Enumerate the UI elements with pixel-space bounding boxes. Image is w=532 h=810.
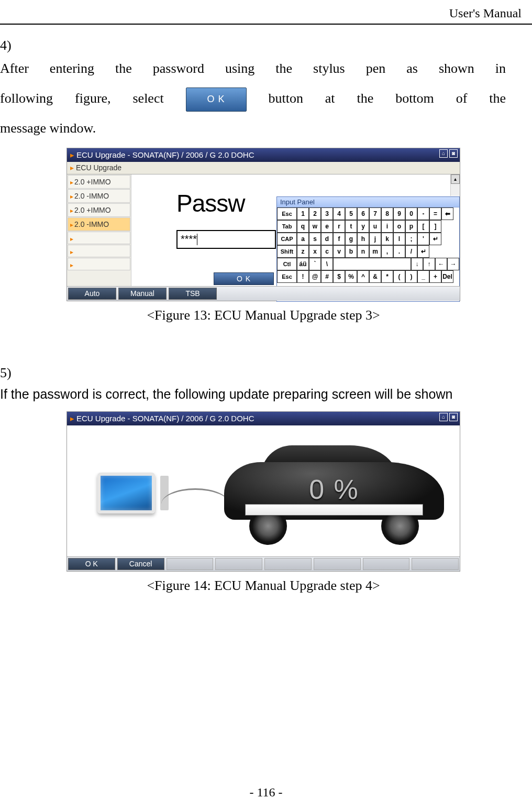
key[interactable]: 1 <box>297 207 309 220</box>
key[interactable]: o <box>393 220 405 233</box>
key[interactable]: $ <box>333 270 345 283</box>
key[interactable]: t <box>345 220 357 233</box>
key[interactable]: x <box>309 245 321 258</box>
home-icon[interactable]: ⌂ <box>439 413 448 421</box>
key[interactable]: Ctl <box>277 258 297 270</box>
key[interactable]: ↑ <box>423 258 435 270</box>
password-input[interactable]: **** <box>176 230 276 249</box>
key[interactable]: * <box>381 270 393 283</box>
key[interactable]: Tab <box>277 220 297 233</box>
key[interactable]: j <box>369 233 381 245</box>
key[interactable]: . <box>393 245 405 258</box>
keyboard-row: Esc ! @ # $ % ^ & * ( ) _ + Del <box>277 270 459 283</box>
home-icon[interactable]: ⌂ <box>439 149 448 158</box>
sidebar-item-active[interactable]: ▸2.0 -IMMO <box>68 217 130 231</box>
footer-tabs: O K Cancel <box>67 556 460 571</box>
camera-icon[interactable]: ◙ <box>449 413 458 421</box>
key[interactable]: 9 <box>393 207 405 220</box>
key[interactable]: , <box>381 245 393 258</box>
key[interactable]: m <box>369 245 381 258</box>
tab-auto[interactable]: Auto <box>68 288 116 300</box>
key[interactable]: k <box>381 233 393 245</box>
key[interactable]: y <box>357 220 369 233</box>
key[interactable]: c <box>321 245 333 258</box>
key[interactable]: ' <box>417 233 429 245</box>
backspace-key[interactable]: ⬅ <box>441 207 453 220</box>
key[interactable]: h <box>357 233 369 245</box>
key[interactable]: u <box>369 220 381 233</box>
space-key[interactable] <box>333 258 411 270</box>
key[interactable]: 8 <box>381 207 393 220</box>
key[interactable]: ^ <box>357 270 369 283</box>
key[interactable]: f <box>333 233 345 245</box>
key[interactable]: n <box>357 245 369 258</box>
key[interactable]: q <box>297 220 309 233</box>
key[interactable]: @ <box>309 270 321 283</box>
ok-button-inline[interactable]: O K <box>186 87 247 112</box>
sidebar-item[interactable]: ▸2.0 +IMMO <box>68 203 130 217</box>
enter-key[interactable]: ↵ <box>429 233 441 245</box>
key[interactable]: s <box>309 233 321 245</box>
tab-tsb[interactable]: TSB <box>169 288 217 300</box>
key[interactable]: ) <box>405 270 417 283</box>
key[interactable]: e <box>321 220 333 233</box>
sidebar-item[interactable]: ▸2.0 +IMMO <box>68 175 130 189</box>
key[interactable]: = <box>429 207 441 220</box>
key[interactable]: b <box>345 245 357 258</box>
key[interactable]: ( <box>393 270 405 283</box>
key[interactable]: → <box>447 258 459 270</box>
step4-line2: following figure, select O K button at t… <box>0 83 506 113</box>
key[interactable]: Del <box>441 270 453 283</box>
key[interactable]: g <box>345 233 357 245</box>
key[interactable]: Esc <box>277 270 297 283</box>
key[interactable]: 3 <box>321 207 333 220</box>
tab-disabled <box>264 558 312 570</box>
tab-disabled <box>412 558 459 570</box>
scrollbar[interactable]: ▴ <box>450 174 460 196</box>
key[interactable]: ! <box>297 270 309 283</box>
key[interactable]: áü <box>297 258 309 270</box>
key[interactable]: p <box>405 220 417 233</box>
key[interactable]: & <box>369 270 381 283</box>
key[interactable]: r <box>333 220 345 233</box>
key[interactable]: - <box>417 207 429 220</box>
camera-icon[interactable]: ◙ <box>449 149 458 158</box>
sidebar-item[interactable]: ▸2.0 -IMMO <box>68 189 130 203</box>
key[interactable]: Shift <box>277 245 297 258</box>
key[interactable]: + <box>429 270 441 283</box>
key[interactable]: i <box>381 220 393 233</box>
key[interactable]: Esc <box>277 207 297 220</box>
key[interactable]: 6 <box>357 207 369 220</box>
key[interactable]: ↓ <box>411 258 423 270</box>
ok-button[interactable]: O K <box>68 558 115 570</box>
key[interactable]: 4 <box>333 207 345 220</box>
tab-manual[interactable]: Manual <box>118 288 167 300</box>
key[interactable]: 5 <box>345 207 357 220</box>
key[interactable]: \ <box>321 258 333 270</box>
key[interactable]: 0 <box>405 207 417 220</box>
key[interactable]: ] <box>429 220 441 233</box>
key[interactable]: l <box>393 233 405 245</box>
key[interactable]: _ <box>417 270 429 283</box>
key[interactable]: % <box>345 270 357 283</box>
step4-line2a: following figure, select <box>0 91 164 106</box>
key[interactable]: d <box>321 233 333 245</box>
key[interactable]: ` <box>309 258 321 270</box>
key[interactable]: v <box>333 245 345 258</box>
car-illustration: 0 % <box>224 441 444 541</box>
key[interactable]: CAP <box>277 233 297 245</box>
key[interactable]: a <box>297 233 309 245</box>
key[interactable]: / <box>405 245 417 258</box>
key[interactable]: 2 <box>309 207 321 220</box>
enter-key[interactable]: ↵ <box>417 245 429 258</box>
key[interactable]: [ <box>417 220 429 233</box>
cancel-button[interactable]: Cancel <box>117 558 164 570</box>
key[interactable]: 7 <box>369 207 381 220</box>
scroll-up-icon[interactable]: ▴ <box>451 174 460 184</box>
key[interactable]: w <box>309 220 321 233</box>
key[interactable]: # <box>321 270 333 283</box>
ok-button[interactable]: O K <box>214 272 274 285</box>
key[interactable]: ← <box>435 258 447 270</box>
key[interactable]: z <box>297 245 309 258</box>
key[interactable]: ; <box>405 233 417 245</box>
